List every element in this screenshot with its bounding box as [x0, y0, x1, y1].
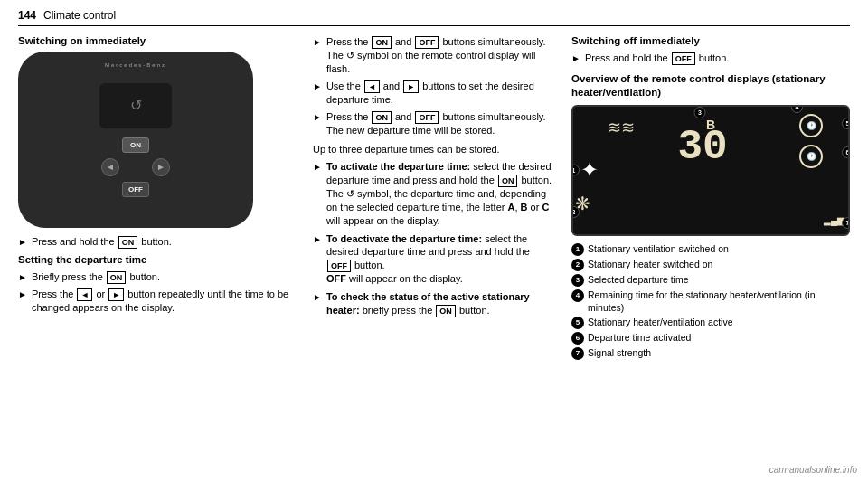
display-legend: 1 Stationary ventilation switched on 2 S… [571, 243, 850, 360]
bullet-text-3: Press the ◄ or ► button repeatedly until… [32, 288, 298, 315]
watermark: carmanualsonline.info [769, 465, 857, 475]
legend-num-3: 3 [571, 274, 584, 287]
remote-arrows-row: ◄ ► [101, 158, 170, 176]
m-text-4: To activate the departure time: select t… [326, 160, 557, 227]
legend-num-2: 2 [571, 259, 584, 271]
switching-on-bullets: ► Press and hold the ON button. [18, 235, 298, 249]
legend-num-4: 4 [571, 289, 584, 302]
switching-off-bullets: ► Press and hold the OFF button. [571, 52, 850, 65]
m-off-btn-3: OFF [327, 260, 351, 272]
bullet-arrow-2: ► [18, 271, 27, 284]
middle-bullet-2: ► Use the ◄ and ► buttons to set the des… [313, 80, 557, 107]
overview-title: Overview of the remote control displays … [571, 72, 850, 99]
legend-text-6: Departure time activated [588, 332, 691, 345]
m-text-2: Use the ◄ and ► buttons to set the desir… [326, 80, 557, 107]
bullet-briefly-press: ► Briefly press the ON button. [18, 270, 298, 284]
m-text-5: To deactivate the departure time: select… [326, 232, 557, 287]
middle-bullets-bottom: ► To activate the departure time: select… [313, 160, 557, 317]
disp-fan-icon: ✦ [580, 157, 599, 183]
pos-label-5: 5 [842, 118, 850, 129]
m-text-6: To check the status of the active statio… [326, 290, 557, 317]
content-area: Switching on immediately Mercedes-Benz ↺… [18, 35, 850, 363]
bullet-text-2: Briefly press the ON button. [32, 270, 160, 284]
legend-item-6: 6 Departure time activated [571, 332, 850, 345]
pos-label-7: 7 [842, 217, 850, 229]
m-on-btn-4: ON [436, 305, 456, 317]
pos-label-4: 4 [791, 105, 803, 113]
legend-num-1: 1 [571, 243, 584, 256]
m-text-1: Press the ON and OFF buttons simultaneou… [326, 35, 557, 76]
remote-screen: ↺ [99, 83, 172, 128]
pos-label-3: 3 [693, 107, 705, 118]
remote-off-btn-row: OFF [122, 182, 149, 197]
r-off-btn: OFF [672, 52, 695, 65]
page-header: 144 Climate control [18, 9, 850, 26]
remote-right-arrow: ► [152, 158, 170, 176]
m-text-3: Press the ON and OFF buttons simultaneou… [326, 110, 546, 137]
m-left-btn: ◄ [364, 80, 380, 93]
r-arrow-1: ► [571, 52, 580, 65]
on-button-inline: ON [118, 236, 138, 249]
page: 144 Climate control Switching on immedia… [0, 0, 868, 482]
middle-bullet-1: ► Press the ON and OFF buttons simultane… [313, 35, 557, 76]
middle-bullets-top: ► Press the ON and OFF buttons simultane… [313, 35, 557, 137]
middle-bullet-activate: ► To activate the departure time: select… [313, 160, 557, 227]
up-to-three-para: Up to three departure times can be store… [313, 143, 557, 156]
departure-bullets: ► Briefly press the ON button. ► Press t… [18, 270, 298, 315]
bullet-arrow-3: ► [18, 288, 27, 301]
legend-text-4: Remaining time for the stationary heater… [588, 289, 850, 314]
page-number: 144 [18, 9, 36, 22]
bullet-arrow: ► [18, 236, 27, 249]
middle-column: ► Press the ON and OFF buttons simultane… [313, 35, 557, 363]
remote-on-btn-row: ON [122, 137, 149, 153]
m-on-btn-2: ON [372, 111, 392, 124]
disp-main-number: 30 [678, 127, 728, 168]
right-btn-inline: ► [108, 288, 124, 301]
m-right-btn: ► [403, 80, 419, 93]
right-column: Switching off immediately ► Press and ho… [571, 35, 850, 363]
remote-on-btn: ON [122, 137, 149, 153]
display-overview-image: ✦ ❋ ≋≋ B 30 🕐 🕐 ▂▄▆ 1 2 3 4 5 6 7 [571, 105, 850, 236]
disp-clock-circle-2: 🕐 [799, 145, 823, 168]
m-arrow-2: ► [313, 80, 322, 93]
legend-text-2: Stationary heater switched on [588, 259, 712, 271]
legend-item-4: 4 Remaining time for the stationary heat… [571, 289, 850, 314]
legend-num-6: 6 [571, 332, 584, 345]
legend-text-3: Selected departure time [588, 274, 688, 287]
switch-off-bullet: ► Press and hold the OFF button. [571, 52, 850, 65]
legend-item-2: 2 Stationary heater switched on [571, 259, 850, 271]
middle-bullet-check: ► To check the status of the active stat… [313, 290, 557, 317]
m-off-btn-2: OFF [415, 111, 439, 124]
disp-clock-icon: 🕐 [807, 121, 816, 130]
legend-num-5: 5 [571, 317, 584, 329]
page-title: Climate control [43, 9, 116, 22]
r-text-1: Press and hold the OFF button. [585, 52, 730, 65]
check-label: To check the status of the active statio… [326, 291, 530, 316]
disp-clock-icon-2: 🕐 [807, 152, 816, 161]
bullet-press-hold-on: ► Press and hold the ON button. [18, 235, 298, 249]
bullet-press-arrow: ► Press the ◄ or ► button repeatedly unt… [18, 288, 298, 315]
section-switching-on-title: Switching on immediately [18, 35, 298, 46]
m-arrow-6: ► [313, 291, 322, 304]
m-off-btn-1: OFF [415, 36, 439, 49]
remote-left-arrow: ◄ [101, 158, 119, 176]
left-btn-inline: ◄ [77, 288, 92, 301]
m-arrow-5: ► [313, 233, 322, 246]
m-arrow-4: ► [313, 161, 322, 174]
pos-label-6: 6 [842, 146, 850, 158]
remote-control-image: Mercedes-Benz ↺ ON ◄ ► OFF [18, 52, 253, 228]
legend-item-3: 3 Selected departure time [571, 274, 850, 287]
legend-text-5: Stationary heater/ventilation active [588, 317, 733, 329]
legend-text-1: Stationary ventilation switched on [588, 243, 729, 256]
middle-bullet-3: ► Press the ON and OFF buttons simultane… [313, 110, 557, 137]
left-column: Switching on immediately Mercedes-Benz ↺… [18, 35, 298, 363]
legend-item-7: 7 Signal strength [571, 347, 850, 360]
bullet-text: Press and hold the ON button. [32, 235, 172, 249]
pos-label-2: 2 [571, 206, 580, 218]
deactivate-label: To deactivate the departure time: [326, 233, 482, 244]
legend-item-1: 1 Stationary ventilation switched on [571, 243, 850, 256]
m-arrow-1: ► [313, 36, 322, 49]
switching-off-title: Switching off immediately [571, 35, 850, 46]
disp-clock-circle-1: 🕐 [799, 114, 823, 137]
legend-num-7: 7 [571, 347, 584, 360]
